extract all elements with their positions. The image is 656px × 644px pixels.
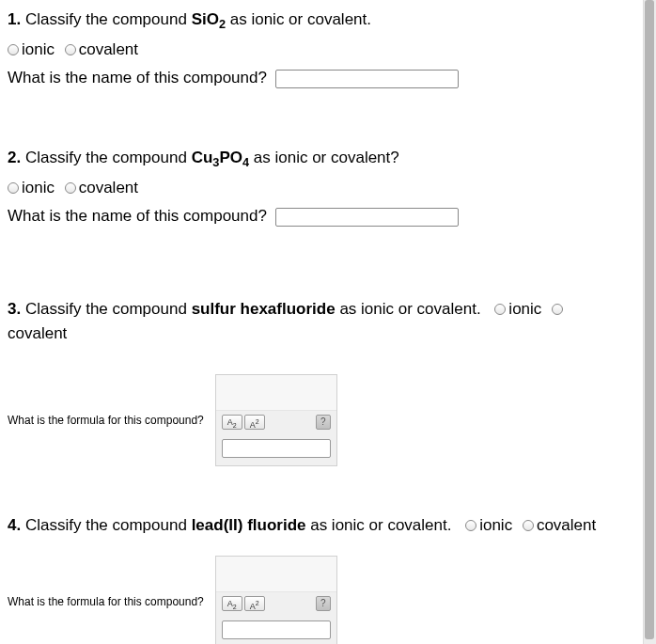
subscript-button[interactable]: A2 xyxy=(222,415,242,430)
compound: SiO2 xyxy=(192,10,226,28)
question-number: 4. xyxy=(8,516,21,534)
formula-preview xyxy=(216,557,336,592)
prompt-text-after: as ionic or covalent. xyxy=(305,516,451,534)
prompt-text-after: as ionic or covalent? xyxy=(249,149,399,166)
compound: lead(II) fluoride xyxy=(192,516,306,534)
sub-question-text: What is the name of this compound? xyxy=(8,69,267,86)
prompt-text-before: Classify the compound xyxy=(25,10,192,28)
prompt-text-before: Classify the compound xyxy=(25,300,192,318)
prompt-text-after: as ionic or covalent. xyxy=(336,300,481,318)
formula-row-q4: What is the formula for this compound? A… xyxy=(8,556,633,644)
radio-covalent-label: covalent xyxy=(8,324,67,342)
question-3-prompt: 3. Classify the compound sulfur hexafluo… xyxy=(8,297,633,347)
question-1: 1. Classify the compound SiO2 as ionic o… xyxy=(8,8,633,91)
radio-ionic[interactable] xyxy=(8,182,19,194)
sub-question-row: What is the name of this compound? xyxy=(8,66,633,90)
radio-group-q2: ionic covalent xyxy=(8,176,633,200)
radio-covalent-label: covalent xyxy=(537,516,596,534)
content-area: 1. Classify the compound SiO2 as ionic o… xyxy=(0,0,643,644)
question-3: 3. Classify the compound sulfur hexafluo… xyxy=(8,297,633,467)
question-number: 2. xyxy=(8,149,21,166)
radio-covalent[interactable] xyxy=(65,182,76,194)
radio-group-q1: ionic covalent xyxy=(8,38,633,62)
radio-group-q4: ionic covalent xyxy=(465,516,596,534)
radio-covalent[interactable] xyxy=(65,44,76,55)
formula-preview xyxy=(216,375,336,411)
prompt-text-after: as ionic or covalent. xyxy=(226,10,371,28)
help-icon[interactable]: ? xyxy=(316,596,331,611)
formula-toolbar: A2 A2 ? xyxy=(216,592,336,615)
radio-ionic[interactable] xyxy=(465,520,476,531)
compound-name-input[interactable] xyxy=(275,208,459,227)
question-2-prompt: 2. Classify the compound Cu3PO4 as ionic… xyxy=(8,146,633,172)
formula-widget: A2 A2 ? xyxy=(215,556,337,644)
scrollbar-track[interactable] xyxy=(643,0,656,644)
question-1-prompt: 1. Classify the compound SiO2 as ionic o… xyxy=(8,8,633,34)
formula-input[interactable] xyxy=(222,620,331,639)
subscript-button[interactable]: A2 xyxy=(222,596,242,611)
help-icon[interactable]: ? xyxy=(316,415,331,430)
radio-ionic[interactable] xyxy=(494,304,506,315)
compound-name-input[interactable] xyxy=(275,70,459,88)
radio-ionic-label: ionic xyxy=(22,40,55,58)
radio-ionic-label: ionic xyxy=(479,516,512,534)
radio-covalent-label: covalent xyxy=(79,179,138,196)
radio-covalent-label: covalent xyxy=(79,40,138,58)
formula-widget: A2 A2 ? xyxy=(215,374,337,466)
sub-question-text: What is the name of this compound? xyxy=(8,207,267,225)
compound: Cu3PO4 xyxy=(192,149,249,166)
question-4-prompt: 4. Classify the compound lead(II) fluori… xyxy=(8,513,633,538)
radio-ionic-label: ionic xyxy=(22,179,55,196)
formula-toolbar: A2 A2 ? xyxy=(216,411,336,433)
compound: sulfur hexafluoride xyxy=(192,300,336,318)
question-number: 1. xyxy=(8,10,21,28)
radio-covalent[interactable] xyxy=(523,520,534,531)
question-2: 2. Classify the compound Cu3PO4 as ionic… xyxy=(8,146,633,229)
sub-question-row: What is the name of this compound? xyxy=(8,204,633,228)
sub-question-text: What is the formula for this compound? xyxy=(8,595,204,608)
radio-ionic-label: ionic xyxy=(508,300,541,318)
formula-input[interactable] xyxy=(222,439,331,458)
radio-covalent[interactable] xyxy=(552,304,563,315)
sub-question-text: What is the formula for this compound? xyxy=(8,414,204,427)
prompt-text-before: Classify the compound xyxy=(25,149,192,166)
radio-ionic[interactable] xyxy=(8,44,19,55)
superscript-button[interactable]: A2 xyxy=(244,415,265,430)
formula-row-q3: What is the formula for this compound? A… xyxy=(8,374,633,466)
scrollbar-thumb[interactable] xyxy=(645,0,654,639)
question-4: 4. Classify the compound lead(II) fluori… xyxy=(8,513,633,644)
question-number: 3. xyxy=(8,300,21,318)
superscript-button[interactable]: A2 xyxy=(244,596,265,611)
prompt-text-before: Classify the compound xyxy=(25,516,192,534)
